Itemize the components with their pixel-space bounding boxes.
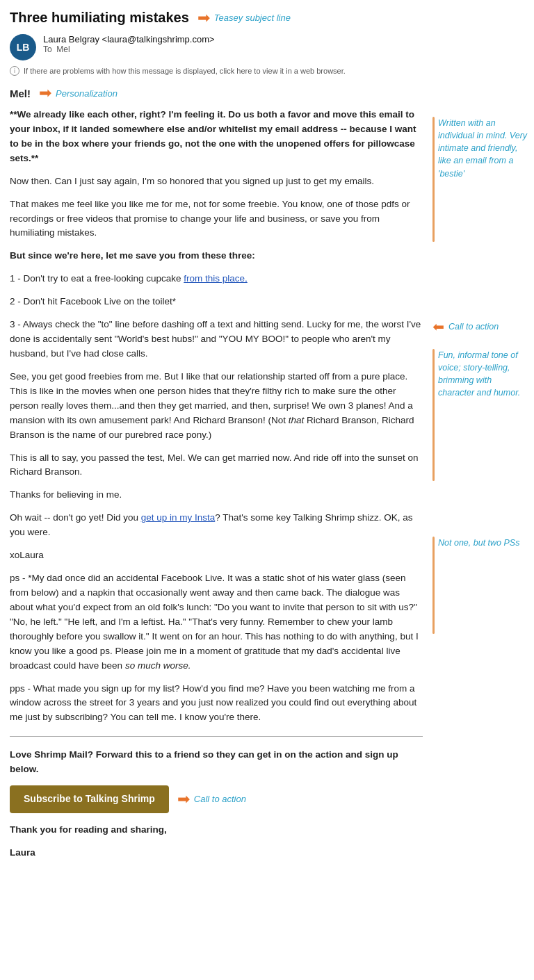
body-p8: Thanks for believing in me. <box>10 488 423 503</box>
teasey-label: Teasey subject line <box>214 13 291 23</box>
subject-line: Three humiliating mistakes <box>10 10 189 26</box>
subject-annotation: ➡ Teasey subject line <box>197 10 291 26</box>
arrow-right-personalization-icon: ➡ <box>39 85 51 101</box>
closing-section: Thank you for reading and sharing, Laura <box>10 823 423 860</box>
arrow-left-cta1-icon: ➡ <box>432 318 444 335</box>
footer-section: Love Shrimp Mail? Forward this to a frie… <box>10 748 423 812</box>
page-container: Three humiliating mistakes ➡ Teasey subj… <box>0 0 534 879</box>
right-annotations-col: Written with an individual in mind. Very… <box>430 0 534 879</box>
annotation-fun-informal: Fun, informal tone of voice; story-telli… <box>432 349 530 481</box>
arrow-right-subscribe-icon: ➡ <box>177 792 190 807</box>
body-p1: **We already like each other, right? I'm… <box>10 108 423 166</box>
annotation-bar-3 <box>432 537 435 634</box>
annotation-cta-1: ➡ Call to action <box>432 318 530 335</box>
body-p11-ps: ps - *My dad once did an accidental Face… <box>10 571 423 673</box>
from-this-place-link[interactable]: from this place, <box>184 273 248 284</box>
avatar: LB <box>10 34 36 60</box>
body-p6: See, you get good freebies from me. But … <box>10 370 423 443</box>
personalization-annotation: ➡ Personalization <box>39 85 118 101</box>
subscribe-row: Subscribe to Talking Shrimp ➡ Call to ac… <box>10 785 423 813</box>
salutation: Mel! <box>10 88 31 99</box>
insta-link[interactable]: get up in my Insta <box>141 512 216 523</box>
sender-to: To Mel <box>43 44 215 54</box>
arrow-right-icon: ➡ <box>197 10 210 26</box>
body-p10-signoff: xoLaura <box>10 548 423 563</box>
divider <box>10 736 423 737</box>
closing-text: Thank you for reading and sharing, <box>10 823 423 838</box>
annotation-text-2: Fun, informal tone of voice; story-telli… <box>438 349 530 481</box>
annotation-text-1: Written with an individual in mind. Very… <box>438 117 530 242</box>
body-p3: That makes me feel like you like me for … <box>10 197 423 241</box>
annotation-cta1-label: Call to action <box>448 320 499 333</box>
annotation-item-fun-informal: Fun, informal tone of voice; story-telli… <box>432 349 530 481</box>
personalization-label: Personalization <box>56 88 118 99</box>
annotation-bar-1 <box>432 117 435 242</box>
body-p5-list3: 3 - Always check the "to" line before da… <box>10 318 423 361</box>
info-icon: i <box>10 66 19 76</box>
sender-info: Laura Belgray <laura@talkingshrimp.com> … <box>43 34 215 54</box>
body-p4: But since we're here, let me save you fr… <box>10 249 423 263</box>
body-p7: This is all to say, you passed the test,… <box>10 451 423 480</box>
body-p2: Now then. Can I just say again, I'm so h… <box>10 174 423 189</box>
annotation-item-written-with: Written with an individual in mind. Very… <box>432 117 530 242</box>
annotation-item-not-one-but-two: Not one, but two PSs <box>432 537 530 634</box>
subscribe-cta-annotation: ➡ Call to action <box>177 792 246 807</box>
salutation-row: Mel! ➡ Personalization <box>10 85 423 101</box>
subscribe-cta-label: Call to action <box>194 794 246 804</box>
subject-row: Three humiliating mistakes ➡ Teasey subj… <box>10 10 423 26</box>
sender-name: Laura Belgray <laura@talkingshrimp.com> <box>43 34 215 44</box>
annotation-bar-2 <box>432 349 435 481</box>
info-text: If there are problems with how this mess… <box>24 67 346 75</box>
annotation-written-with: Written with an individual in mind. Very… <box>432 117 530 242</box>
to-label: To <box>43 44 52 54</box>
subscribe-button[interactable]: Subscribe to Talking Shrimp <box>10 785 169 813</box>
footer-cta-text: Love Shrimp Mail? Forward this to a frie… <box>10 748 423 777</box>
annotation-not-one-but-two: Not one, but two PSs <box>432 537 530 634</box>
to-name: Mel <box>56 44 70 54</box>
closing-name: Laura <box>10 846 423 860</box>
body-p9-cta: Oh wait -- don't go yet! Did you get up … <box>10 511 423 540</box>
body-p5-list2: 2 - Don't hit Facebook Live on the toile… <box>10 295 423 309</box>
email-content: Three humiliating mistakes ➡ Teasey subj… <box>0 0 430 879</box>
sender-block: LB Laura Belgray <laura@talkingshrimp.co… <box>10 34 423 60</box>
annotation-text-3: Not one, but two PSs <box>438 537 519 634</box>
info-bar: i If there are problems with how this me… <box>10 66 423 76</box>
body-p12-pps: pps - What made you sign up for my list?… <box>10 682 423 726</box>
body-p5-list1: 1 - Don't try to eat a free-looking cupc… <box>10 272 423 286</box>
body-section: **We already like each other, right? I'm… <box>10 108 423 725</box>
